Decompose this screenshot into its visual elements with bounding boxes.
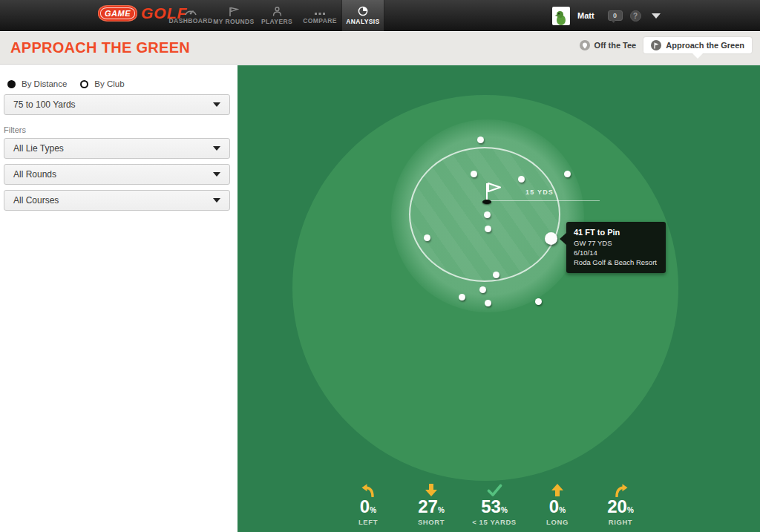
hole-icon [482,200,491,204]
nav-item-analysis[interactable]: ANALYSIS [341,0,384,31]
radio-by-distance[interactable]: By Distance [7,79,67,88]
stat-label: < 15 YARDS [472,518,517,526]
nav-item-my-rounds[interactable]: MY ROUNDS [212,0,255,31]
chevron-down-icon [213,102,220,107]
stat-value: 0% [360,498,376,516]
shot-dot[interactable] [477,137,484,143]
tooltip-course: Roda Golf & Beach Resort [574,258,658,268]
stat-label: RIGHT [609,518,633,526]
chevron-down-icon [213,146,220,151]
select-value: All Lie Types [13,143,213,154]
select-value: All Rounds [13,169,213,180]
tooltip-club-distance: GW 77 YDS [574,239,658,249]
view-button-label: Approach the Green [666,41,744,50]
filters-section-label: Filters [4,125,26,134]
shot-dot[interactable] [484,211,491,218]
shot-dot[interactable] [564,171,571,177]
stat-value: 53% [481,498,508,516]
stat-label: LONG [546,518,569,526]
radio-unselected-icon [80,80,88,88]
view-button-approach-the-green[interactable]: Approach the Green [643,37,752,53]
shot-dot[interactable] [424,234,430,241]
distance-range-select[interactable]: 75 to 100 Yards [4,94,230,115]
rounds-select[interactable]: All Rounds [4,164,230,185]
filters-sidebar: By Distance By Club 75 to 100 Yards Filt… [0,65,238,532]
view-toggle: Off the Tee Approach the Green [572,37,752,53]
stat-long: 0% LONG [528,483,587,526]
compare-bars-icon [314,7,326,16]
stat-value: 0% [549,498,566,516]
page-header: APPROACH THE GREEN Off the Tee Approach … [0,32,760,65]
nav-item-compare[interactable]: COMPARE [298,0,341,31]
avatar-bird-image [554,10,568,25]
lie-types-select[interactable]: All Lie Types [4,138,230,159]
shot-tooltip: 41 FT to Pin GW 77 YDS 6/10/14 Roda Golf… [566,222,666,273]
shot-dot-highlighted[interactable] [545,232,557,245]
shot-dot[interactable] [518,176,525,183]
page-title: APPROACH THE GREEN [10,39,190,56]
check-icon [487,483,502,497]
chevron-down-icon [213,172,220,177]
dashboard-icon [184,7,197,16]
approach-flag-icon [651,40,661,50]
radio-selected-icon [7,80,16,88]
person-icon [272,7,282,16]
shot-dispersion-view: 15 YDS 41 FT to Pin GW 77 YDS 6/10/14 Ro… [238,65,760,532]
curve-right-arrow-icon [613,483,629,497]
user-name[interactable]: Matt [577,11,594,20]
main-nav-menu: DASHBOARD MY ROUNDS PLAYERS COMPARE ANAL… [169,0,384,31]
ring-radius-label: 15 YDS [525,188,554,196]
user-avatar[interactable] [552,7,570,25]
nav-item-label: PLAYERS [261,18,292,25]
shot-dot[interactable] [485,300,491,306]
stat-short: 27% SHORT [402,483,461,526]
stat-value: 20% [607,498,634,516]
shot-dot[interactable] [471,171,477,177]
logo-badge: GAME [98,5,137,22]
tee-pin-icon [580,40,590,50]
up-arrow-icon [551,483,564,497]
nav-item-label: MY ROUNDS [213,18,254,25]
stat-right: 20% RIGHT [591,483,650,526]
nav-item-players[interactable]: PLAYERS [255,0,298,31]
user-area: Matt 0 ? [552,0,661,31]
top-nav-bar: GAME GOLF DASHBOARD MY ROUNDS PLAYERS C [0,0,760,31]
tooltip-distance-to-pin: 41 FT to Pin [574,228,658,237]
view-button-label: Off the Tee [594,41,637,50]
select-value: 75 to 100 Yards [13,99,213,110]
shot-dot[interactable] [479,286,486,293]
mode-radio-group: By Distance By Club [7,79,125,88]
stat-label: SHORT [418,518,445,526]
nav-item-label: ANALYSIS [346,18,379,25]
dispersion-stats-row: 0% LEFT 27% SHORT 53% < 15 YARDS 0% LONG [338,483,650,526]
nav-item-label: COMPARE [303,17,337,24]
ring-radius-line [488,200,600,201]
courses-select[interactable]: All Courses [4,190,230,211]
shot-dot[interactable] [485,226,491,232]
radio-by-club[interactable]: By Club [80,79,124,88]
radio-label: By Club [94,79,124,88]
tooltip-date: 6/10/14 [574,249,658,258]
user-menu-caret-icon[interactable] [652,13,661,19]
stat-label: LEFT [358,518,378,526]
down-arrow-icon [425,483,438,497]
view-button-off-the-tee[interactable]: Off the Tee [572,37,644,53]
chevron-down-icon [213,198,220,203]
stat-left: 0% LEFT [338,483,398,526]
curve-left-arrow-icon [361,483,376,497]
messages-badge[interactable]: 0 [608,10,623,21]
shot-dot[interactable] [493,272,499,278]
stat-within-15-yards: 53% < 15 YARDS [465,483,524,526]
nav-item-dashboard[interactable]: DASHBOARD [169,0,212,31]
shot-dot[interactable] [459,294,465,301]
nav-item-label: DASHBOARD [169,17,213,24]
shot-dot[interactable] [535,298,542,305]
stat-value: 27% [418,498,445,516]
help-icon[interactable]: ? [630,10,641,22]
radio-label: By Distance [22,79,67,88]
flag-icon [229,7,239,16]
select-value: All Courses [13,195,213,206]
analysis-pie-icon [358,6,368,16]
